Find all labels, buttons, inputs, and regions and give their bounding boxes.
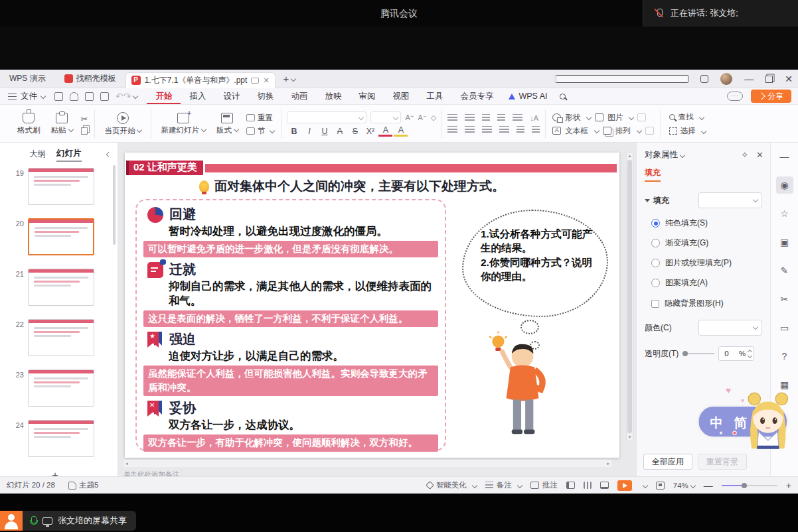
- slides-tab[interactable]: 幻灯片: [56, 148, 82, 161]
- text-highlight-icon[interactable]: [513, 114, 522, 122]
- theme-button[interactable]: 主题5: [68, 480, 98, 490]
- user-avatar[interactable]: [720, 73, 732, 85]
- indent-increase-icon[interactable]: [497, 114, 505, 122]
- share-button[interactable]: 分享: [751, 90, 791, 103]
- numbered-list-icon[interactable]: [465, 114, 475, 122]
- close-tab-icon[interactable]: ✕: [263, 76, 269, 85]
- decrease-font-icon[interactable]: A⁻: [418, 113, 427, 122]
- reset-button[interactable]: 重置: [246, 113, 275, 123]
- chart-icon[interactable]: [637, 113, 646, 121]
- reset-background-button[interactable]: 重置背景: [698, 454, 747, 470]
- font-style-button[interactable]: B: [287, 127, 301, 136]
- minimize-button[interactable]: —: [744, 75, 754, 83]
- fill-option[interactable]: 渐变填充(G): [651, 237, 770, 249]
- font-style-button[interactable]: U: [317, 127, 331, 136]
- menu-item[interactable]: 会员专享: [451, 88, 502, 104]
- clear-format-icon[interactable]: ◇: [431, 113, 436, 122]
- align-right-icon[interactable]: [482, 126, 492, 134]
- slideshow-button[interactable]: [617, 480, 632, 491]
- menu-item[interactable]: 放映: [316, 88, 350, 104]
- vertical-scrollbar[interactable]: ▴▾: [626, 152, 633, 441]
- tab-list-chevron-icon[interactable]: [291, 76, 296, 81]
- paste-button[interactable]: 粘贴: [48, 113, 76, 135]
- columns-icon[interactable]: [517, 126, 524, 134]
- app-home-tab[interactable]: WPS 演示: [0, 73, 55, 84]
- align-center-icon[interactable]: [465, 126, 475, 134]
- transparency-spinner[interactable]: 0 %: [718, 346, 754, 361]
- preview-icon[interactable]: [100, 92, 109, 101]
- fill-preset-select[interactable]: [698, 192, 762, 208]
- format-painter-button[interactable]: 格式刷: [15, 113, 43, 135]
- new-slide-button[interactable]: 新建幻灯片: [158, 113, 208, 135]
- line-spacing-icon[interactable]: ↓A: [530, 114, 538, 122]
- slide-thumbnail[interactable]: [28, 269, 94, 306]
- zoom-in-button[interactable]: +: [786, 480, 791, 491]
- menu-item[interactable]: 插入: [181, 88, 214, 104]
- layout-toggle-icon[interactable]: [554, 75, 688, 83]
- textbox-button[interactable]: 文本框: [565, 126, 588, 136]
- select-button[interactable]: 选择: [669, 126, 706, 136]
- history-chevron-icon[interactable]: [133, 94, 138, 99]
- fill-tab[interactable]: 填充: [645, 167, 661, 182]
- layout-button[interactable]: 版式: [214, 113, 241, 135]
- increase-font-icon[interactable]: A⁺: [405, 113, 414, 122]
- menu-item[interactable]: 切换: [248, 88, 282, 104]
- font-family-select[interactable]: [287, 111, 366, 123]
- panel-chevron-icon[interactable]: [680, 152, 685, 157]
- hide-background-option[interactable]: 隐藏背景图形(H): [651, 298, 770, 309]
- slide-sorter-icon[interactable]: [584, 482, 592, 489]
- undo-icon[interactable]: ↶: [116, 91, 123, 101]
- font-style-button[interactable]: A: [333, 127, 347, 136]
- media-icon[interactable]: [645, 127, 654, 135]
- zoom-slider[interactable]: [722, 485, 777, 486]
- menu-item[interactable]: 动画: [282, 88, 316, 104]
- font-style-button[interactable]: X²: [363, 127, 377, 136]
- reading-view-icon[interactable]: [600, 482, 609, 489]
- file-menu[interactable]: 文件: [21, 91, 37, 102]
- cut-icon[interactable]: ✂: [81, 114, 88, 124]
- horizontal-scrollbar[interactable]: ◂▸: [123, 460, 611, 467]
- fill-option[interactable]: 纯色填充(S): [651, 218, 770, 229]
- collapse-sidebar-icon[interactable]: [106, 151, 111, 157]
- find-button[interactable]: 查找: [669, 112, 706, 122]
- menu-item[interactable]: 视图: [384, 88, 418, 104]
- help-icon[interactable]: ?: [776, 348, 793, 365]
- slide-thumbnail[interactable]: [28, 319, 94, 356]
- arrange-button[interactable]: 排列: [615, 126, 631, 136]
- wps-ai-menu[interactable]: WPS AI: [502, 92, 554, 101]
- comments-button[interactable]: 批注: [530, 480, 558, 490]
- align-justify-icon[interactable]: [499, 126, 509, 134]
- copy-icon[interactable]: [81, 127, 88, 135]
- output-icon[interactable]: [70, 92, 78, 101]
- outline-tab[interactable]: 大纲: [29, 149, 46, 160]
- print-icon[interactable]: [85, 92, 94, 101]
- sidebar-scrollbar[interactable]: [113, 165, 116, 245]
- slideshow-chevron-icon[interactable]: [643, 482, 648, 488]
- zoom-level[interactable]: 74%: [673, 482, 695, 490]
- search-icon[interactable]: [560, 94, 566, 100]
- shapes-button[interactable]: 形状: [565, 113, 580, 123]
- close-window-button[interactable]: ✕: [785, 75, 793, 83]
- collapse-panel-icon[interactable]: —: [776, 148, 793, 165]
- indent-decrease-icon[interactable]: [482, 114, 490, 122]
- fill-option[interactable]: 图片或纹理填充(P): [651, 257, 770, 269]
- spinner-arrows-icon[interactable]: [748, 350, 752, 358]
- new-tab-button[interactable]: +: [283, 73, 289, 84]
- star-recommend-icon[interactable]: ☆: [776, 205, 793, 222]
- normal-view-icon[interactable]: [566, 482, 575, 489]
- document-tab[interactable]: P 1.七下7.1《单音与和声》.ppt ✕: [125, 72, 276, 88]
- smart-beautify-button[interactable]: 智能美化: [427, 480, 477, 490]
- menu-item[interactable]: 审阅: [350, 88, 384, 104]
- slide-thumbnail[interactable]: [28, 168, 94, 205]
- restore-button[interactable]: [765, 76, 773, 83]
- redo-icon[interactable]: ↷: [123, 91, 131, 101]
- align-left-icon[interactable]: [447, 126, 457, 134]
- font-size-select[interactable]: [370, 111, 401, 123]
- font-style-button[interactable]: S: [348, 127, 362, 136]
- play-from-current-button[interactable]: 当页开始: [102, 112, 144, 136]
- edit-pen-icon[interactable]: ✎: [776, 262, 793, 279]
- picture-button[interactable]: 图片: [607, 113, 623, 123]
- slide-thumbnail[interactable]: [28, 218, 94, 255]
- fit-window-icon[interactable]: [656, 482, 665, 490]
- menu-item[interactable]: 开始: [147, 88, 181, 104]
